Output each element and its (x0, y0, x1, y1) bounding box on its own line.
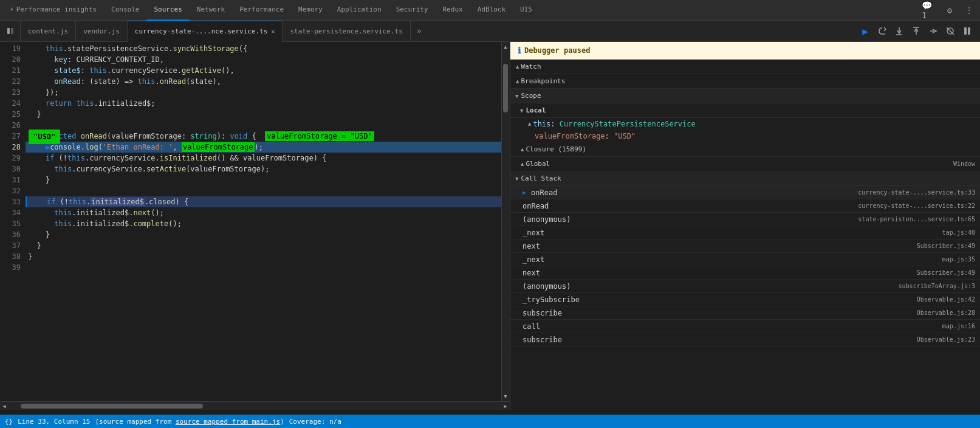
step-into-btn[interactable] (891, 23, 907, 39)
file-tab-currency-state[interactable]: currency-state-....nce.service.ts ✕ (128, 21, 283, 42)
collapse-sidebar-btn[interactable] (0, 21, 21, 42)
code-line-23: }); (26, 87, 501, 98)
step-over-btn[interactable] (874, 23, 890, 39)
call-stack-frame-5[interactable]: _next map.js:35 (510, 253, 980, 266)
line-numbers: 19 20 21 22 23 24 25 26 27 28 29 30 31 3… (0, 42, 26, 401)
scope-section-header[interactable]: ▼ Scope (510, 89, 980, 103)
vertical-scrollbar[interactable]: ▲ ▼ (501, 42, 510, 401)
code-content[interactable]: "USD" this.statePersistenceService.syncW… (26, 42, 501, 401)
performance-insights-icon: ⚡ (10, 5, 14, 13)
file-tab-state-persistence[interactable]: state-persistence.service.ts (283, 21, 410, 42)
code-line-33: if (!this.initialized$.closed) { (26, 196, 501, 207)
call-stack-frame-11[interactable]: subscribe Observable.js:23 (510, 333, 980, 347)
pause-exceptions-btn[interactable] (959, 23, 975, 39)
code-line-27: protected onRead(valueFromStorage: strin… (26, 131, 501, 142)
scroll-track[interactable] (502, 52, 509, 392)
call-stack-frame-0[interactable]: ▶ onRead currency-state-....service.ts:3… (510, 186, 980, 199)
chat-icon-btn[interactable]: 💬 1 (922, 2, 939, 19)
deactivate-breakpoints-btn[interactable] (942, 23, 958, 39)
tab-adblock[interactable]: AdBlock (470, 0, 513, 21)
watch-arrow-icon: ▶ (514, 65, 520, 68)
code-line-35: this.initialized$.complete(); (26, 218, 501, 229)
debug-toolbar: ▶ (852, 23, 980, 39)
settings-icon-btn[interactable]: ⚙ (941, 2, 958, 19)
collapse-icon (7, 27, 14, 35)
tab-redux[interactable]: Redux (436, 0, 470, 21)
call-stack-frame-2[interactable]: (anonymous) state-persisten....service.t… (510, 213, 980, 226)
call-stack-frame-3[interactable]: _next tap.js:40 (510, 226, 980, 240)
breakpoints-arrow-icon: ▶ (514, 80, 520, 83)
status-bar: {} Line 33, Column 15 (source mapped fro… (0, 415, 980, 428)
call-stack-frame-7[interactable]: (anonymous) subscribeToArray.js:3 (510, 280, 980, 293)
code-area: 19 20 21 22 23 24 25 26 27 28 29 30 31 3… (0, 42, 510, 401)
scroll-up-btn[interactable]: ▲ (502, 42, 509, 52)
step-out-icon (911, 26, 921, 36)
local-section-header[interactable]: ▼ Local (510, 103, 980, 118)
this-expand-icon: ▶ (526, 122, 532, 125)
call-stack-frame-6[interactable]: next Subscriber.js:49 (510, 266, 980, 280)
local-arrow-icon: ▼ (520, 108, 523, 114)
call-stack-frame-4[interactable]: next Subscriber.js:49 (510, 240, 980, 253)
step-over-icon (877, 26, 887, 36)
code-line-22: onRead: (state) => this.onRead(state), (26, 76, 501, 87)
active-frame-arrow-icon: ▶ (523, 189, 526, 196)
pause-exceptions-icon (962, 26, 972, 36)
code-line-36: } (26, 229, 501, 240)
scope-value-from-storage-item[interactable]: valueFromStorage: "USD" (510, 130, 980, 142)
h-scroll-track[interactable] (9, 402, 501, 410)
code-line-24: return this.initialized$; (26, 98, 501, 109)
code-line-21: state$: this.currencyService.getActive()… (26, 65, 501, 76)
closure-section-header[interactable]: ▶ Closure (15899) (510, 142, 980, 157)
code-line-34: this.initialized$.next(); (26, 207, 501, 218)
call-stack-section-header[interactable]: ▼ Call Stack (510, 171, 980, 186)
tab-memory[interactable]: Memory (291, 0, 330, 21)
horizontal-scrollbar[interactable]: ◀ ▶ (0, 401, 510, 410)
call-stack-frame-8[interactable]: _trySubscribe Observable.js:42 (510, 293, 980, 306)
tab-performance[interactable]: Performance (232, 0, 291, 21)
tab-console[interactable]: Console (104, 0, 146, 21)
code-line-29: if (!this.currencyService.isInitialized(… (26, 153, 501, 164)
close-tab-icon[interactable]: ✕ (271, 28, 275, 35)
file-tab-vendor-js[interactable]: vendor.js (76, 21, 128, 42)
h-scroll-thumb[interactable] (21, 404, 203, 409)
call-stack-frame-10[interactable]: call map.js:16 (510, 320, 980, 333)
h-scroll-left-btn[interactable]: ◀ (0, 402, 9, 410)
tab-security[interactable]: Security (389, 0, 436, 21)
tab-network[interactable]: Network (190, 0, 232, 21)
step-out-btn[interactable] (908, 23, 924, 39)
scope-this-item[interactable]: ▶ this: CurrencyStatePersistenceService (510, 118, 980, 130)
global-section-header[interactable]: ▶ Global Window (510, 157, 980, 171)
step-btn[interactable] (925, 23, 941, 39)
code-line-26 (26, 120, 501, 131)
more-menu-icon-btn[interactable]: ⋮ (961, 2, 978, 19)
h-scroll-right-btn[interactable]: ▶ (501, 402, 510, 410)
watch-section-header[interactable]: ▶ Watch (510, 60, 980, 74)
step-icon (928, 26, 938, 36)
scroll-thumb[interactable] (503, 64, 508, 112)
step-into-icon (894, 26, 904, 36)
breakpoints-section-header[interactable]: ▶ Breakpoints (510, 74, 980, 89)
call-stack-frame-9[interactable]: subscribe Observable.js:28 (510, 306, 980, 320)
code-line-31: } (26, 174, 501, 185)
code-line-25: } (26, 109, 501, 120)
scroll-down-btn[interactable]: ▼ (502, 392, 509, 401)
more-tabs-btn[interactable]: » (411, 21, 428, 42)
tab-application[interactable]: Application (330, 0, 389, 21)
resume-btn[interactable]: ▶ (857, 23, 873, 39)
code-line-28: ▶console.log('Ethan onRead: ', valueFrom… (26, 142, 501, 153)
source-map-info: (source mapped from source mapped from m… (95, 418, 284, 426)
tab-sources[interactable]: Sources (146, 0, 189, 21)
svg-line-7 (947, 27, 954, 35)
tab-performance-insights[interactable]: ⚡ Performance insights (2, 0, 104, 21)
deactivate-bp-icon (945, 26, 955, 36)
source-map-link[interactable]: source mapped from main.js (176, 418, 280, 426)
file-tab-content-js[interactable]: content.js (21, 21, 76, 42)
svg-rect-10 (968, 27, 970, 35)
call-stack-frame-1[interactable]: onRead currency-state-....service.ts:22 (510, 199, 980, 213)
tab-ui5[interactable]: UI5 (513, 0, 540, 21)
call-stack-arrow-icon: ▼ (515, 176, 518, 182)
code-panel: 19 20 21 22 23 24 25 26 27 28 29 30 31 3… (0, 42, 510, 410)
svg-rect-1 (11, 28, 13, 34)
coverage-status: Coverage: n/a (289, 418, 341, 426)
code-line-19: this.statePersistenceService.syncWithSto… (26, 43, 501, 54)
